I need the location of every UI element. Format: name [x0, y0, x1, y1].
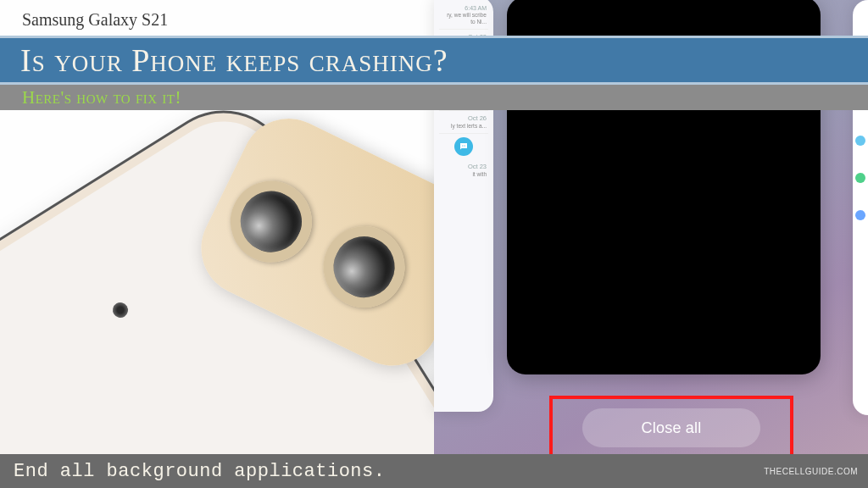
device-label: Samsung Galaxy S21: [22, 10, 168, 30]
bottom-caption: End all background applications.: [14, 461, 385, 482]
highlight-box: Close all: [549, 396, 793, 460]
message-date: Oct 23: [441, 163, 487, 170]
svg-point-0: [462, 145, 463, 146]
message-preview: Oct 26 ly text lerts a...: [439, 111, 488, 134]
svg-point-2: [465, 145, 465, 146]
message-snippet: ly text lerts a...: [441, 123, 487, 130]
app-dot-icon: [855, 210, 865, 220]
camera-lens-icon: [309, 213, 418, 321]
app-dot-icon: [855, 173, 865, 183]
message-date: Oct 26: [441, 114, 487, 122]
message-time: 6:43 AM: [441, 5, 487, 12]
thumbnail-canvas: 6:43 AM ry, we will scribe to Ni... Oct …: [0, 0, 868, 488]
app-dot-icon: [855, 136, 865, 146]
svg-point-1: [464, 145, 465, 146]
chat-icon: [454, 137, 473, 156]
headline-band: Is your Phone keeps crashing?: [0, 36, 868, 85]
site-credit: THECELLGUIDE.COM: [764, 467, 858, 476]
message-preview: Oct 23 it with: [439, 159, 488, 181]
camera-lens-icon: [217, 167, 326, 275]
sub-band: Here's how to fix it!: [0, 85, 868, 110]
close-all-label: Close all: [642, 419, 702, 437]
message-snippet: it with: [441, 171, 487, 178]
close-all-button[interactable]: Close all: [582, 408, 760, 447]
sub-text: Here's how to fix it!: [22, 87, 181, 108]
message-preview: 6:43 AM ry, we will scribe to Ni...: [439, 2, 488, 30]
headline-text: Is your Phone keeps crashing?: [20, 42, 448, 79]
message-snippet: ry, we will scribe to Ni...: [441, 12, 487, 25]
bottom-bar: End all background applications. THECELL…: [0, 454, 868, 488]
phone-illustration: [0, 85, 497, 488]
